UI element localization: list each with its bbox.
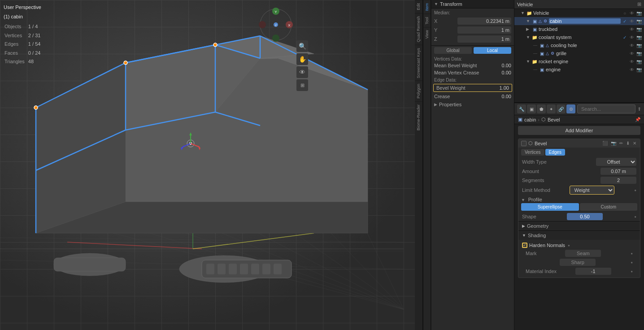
sidebar-biome-label[interactable]: Biome-Reader bbox=[415, 101, 422, 133]
nav-gizmo[interactable]: Y X Z bbox=[258, 7, 294, 43]
mod-particle-icon[interactable]: ✦ bbox=[547, 104, 556, 113]
add-modifier-button[interactable]: Add Modifier bbox=[518, 126, 640, 135]
coolant-check-icon[interactable]: ✓ bbox=[622, 35, 628, 40]
material-index-value[interactable]: -1 bbox=[575, 268, 611, 275]
sidebar-screencast-label[interactable]: Screencast Keys bbox=[415, 45, 422, 81]
engine-label: engine bbox=[546, 67, 628, 72]
viewport-tools[interactable]: 🔍 ✋ 👁 ⊞ bbox=[296, 40, 308, 91]
sidebar-edit-label[interactable]: Edit bbox=[415, 0, 422, 13]
bevel-weight-row[interactable]: Bevel Weight 1.00 bbox=[433, 84, 512, 92]
zoom-tool[interactable]: 🔍 bbox=[296, 40, 308, 52]
limit-method-select[interactable]: Weight bbox=[570, 186, 614, 195]
rocket-engine-eye-icon[interactable]: 👁 bbox=[629, 59, 635, 64]
tree-item-vehicle[interactable]: ▼ 📁 Vehicle ○ 👁 📷 bbox=[514, 9, 644, 17]
transform-collapse-icon[interactable]: ▼ bbox=[434, 2, 438, 6]
z-value[interactable]: 1 m bbox=[457, 35, 511, 43]
mod-search-input[interactable] bbox=[577, 104, 635, 113]
mod-expand-icon[interactable]: ⬆ bbox=[637, 106, 641, 112]
vehicle-eye-icon[interactable]: 👁 bbox=[629, 11, 635, 16]
grid-tool[interactable]: ⊞ bbox=[296, 79, 308, 91]
tree-item-cabin[interactable]: ▼ ▣ △ ⚙ cabin ✓ 👁 📷 bbox=[514, 17, 644, 25]
width-type-select[interactable]: Offset bbox=[596, 158, 636, 166]
truckbed-eye-icon[interactable]: 👁 bbox=[629, 27, 635, 32]
grab-tool[interactable]: ✋ bbox=[296, 53, 308, 65]
mod-obj-icon[interactable]: ▣ bbox=[527, 104, 536, 113]
cooling-hole-eye-icon[interactable]: 👁 bbox=[629, 43, 635, 48]
vertices-tab[interactable]: Vertices bbox=[521, 149, 544, 156]
sidebar-view[interactable]: View bbox=[423, 27, 431, 41]
vehicle-restrict-icon[interactable]: ○ bbox=[622, 11, 628, 16]
custom-button[interactable]: Custom bbox=[580, 203, 638, 211]
vehicle-expand[interactable]: ▼ bbox=[521, 11, 525, 15]
bevel-close-icon[interactable]: ✕ bbox=[632, 140, 637, 146]
rocket-engine-expand[interactable]: ▼ bbox=[526, 59, 531, 64]
shading-header[interactable]: ▼ Shading bbox=[518, 231, 640, 240]
mod-mat-icon[interactable]: ⬟ bbox=[537, 104, 546, 113]
tree-item-rocket-engine[interactable]: ▼ 📁 rocket engine 👁 📷 bbox=[514, 57, 644, 65]
cabin-mesh-icon: ▣ bbox=[531, 18, 538, 24]
bevel-edit-icon[interactable]: ✏ bbox=[618, 140, 624, 146]
rocket-engine-camera-icon[interactable]: 📷 bbox=[636, 59, 642, 64]
cabin-expand[interactable]: ▼ bbox=[526, 19, 531, 23]
cooling-hole-expand[interactable]: — bbox=[533, 43, 538, 48]
edges-tab[interactable]: Edges bbox=[545, 149, 565, 156]
vehicle-label: Vehicle bbox=[533, 10, 621, 16]
global-button[interactable]: Global bbox=[434, 47, 472, 54]
properties-row[interactable]: ▶ Properties bbox=[431, 100, 514, 109]
harden-normals-checkbox[interactable]: ✓ bbox=[522, 243, 527, 248]
grille-camera-icon[interactable]: 📷 bbox=[636, 51, 642, 56]
engine-camera-icon[interactable]: 📷 bbox=[636, 67, 642, 72]
transform-panel: ▼ Transform Median: X 0.22341 m Y 1 m Z … bbox=[431, 0, 514, 330]
bevel-render-icon[interactable]: 📷 bbox=[610, 140, 617, 146]
tree-item-cooling-hole[interactable]: — ▣ △ cooling hole 👁 📷 bbox=[514, 41, 644, 49]
coolant-camera-icon[interactable]: 📷 bbox=[636, 35, 642, 40]
tree-item-grille[interactable]: — ▣ △ ⚙ grille 👁 📷 bbox=[514, 49, 644, 57]
sidebar-item[interactable]: Item bbox=[423, 0, 431, 14]
pin-icon[interactable]: 📌 bbox=[635, 117, 640, 122]
local-button[interactable]: Local bbox=[474, 47, 511, 54]
grille-rig: △ bbox=[546, 51, 549, 56]
sidebar-quadremesh-label[interactable]: Quad Remesh bbox=[415, 13, 422, 45]
mean-bevel-weight-row: Mean Bevel Weight 0.00 bbox=[431, 62, 514, 69]
crease-value: 0.00 bbox=[502, 94, 511, 99]
mod-constraint-icon[interactable]: 🔗 bbox=[557, 104, 566, 113]
grille-mod: ⚙ bbox=[551, 51, 554, 56]
grille-expand[interactable]: — bbox=[533, 51, 538, 56]
truckbed-expand[interactable]: ▶ bbox=[526, 27, 531, 31]
viewport[interactable]: User Perspective (1) cabin Objects 1 / 4… bbox=[0, 0, 415, 330]
filter-icon[interactable]: ⊞ bbox=[637, 1, 641, 7]
coolant-eye-icon[interactable]: 👁 bbox=[629, 35, 635, 40]
cabin-camera-icon[interactable]: 📷 bbox=[636, 19, 642, 24]
truckbed-camera-icon[interactable]: 📷 bbox=[636, 27, 642, 32]
vehicle-camera-icon[interactable]: 📷 bbox=[636, 11, 642, 16]
mod-modifier-icon[interactable]: ⚙ bbox=[566, 104, 575, 113]
coolant-expand[interactable]: ▼ bbox=[526, 35, 531, 39]
grille-eye-icon[interactable]: 👁 bbox=[629, 51, 635, 56]
cabin-check-icon[interactable]: ✓ bbox=[622, 19, 628, 24]
engine-expand[interactable]: — bbox=[533, 67, 538, 72]
seam-value[interactable]: Seam bbox=[565, 250, 601, 257]
bevel-enable-checkbox[interactable] bbox=[521, 141, 527, 146]
y-value[interactable]: 1 m bbox=[457, 26, 511, 34]
sidebar-tool[interactable]: Tool bbox=[423, 14, 431, 27]
sharp-value[interactable]: Sharp bbox=[560, 259, 596, 266]
segments-value[interactable]: 2 bbox=[600, 177, 636, 184]
cabin-eye-icon[interactable]: 👁 bbox=[629, 19, 635, 24]
sidebar-polygon-label[interactable]: Polygon bbox=[415, 81, 422, 101]
amount-value[interactable]: 0.07 m bbox=[600, 168, 636, 175]
geometry-header[interactable]: ▶ Geometry bbox=[518, 221, 640, 230]
tree-item-engine[interactable]: — ▣ engine 👁 📷 bbox=[514, 65, 644, 74]
mod-wrench-icon[interactable]: 🔧 bbox=[517, 104, 526, 113]
engine-eye-icon[interactable]: 👁 bbox=[629, 67, 635, 72]
cooling-hole-camera-icon[interactable]: 📷 bbox=[636, 43, 642, 48]
tree-item-truckbed[interactable]: ▶ ▣ truckbed 👁 📷 bbox=[514, 25, 644, 33]
bevel-realtime-icon[interactable]: ⬛ bbox=[601, 140, 609, 146]
coord-buttons: Global Local bbox=[431, 46, 514, 55]
superellipse-button[interactable]: Superellipse bbox=[521, 203, 579, 211]
shape-value[interactable]: 0.50 bbox=[567, 213, 603, 220]
tree-item-coolant[interactable]: ▼ 📁 coolant system ✓ 👁 📷 bbox=[514, 33, 644, 41]
bevel-expand-icon[interactable]: ⬇ bbox=[625, 140, 631, 146]
profile-collapse-icon[interactable]: ▼ bbox=[521, 198, 525, 202]
eye-tool[interactable]: 👁 bbox=[296, 66, 308, 78]
x-value[interactable]: 0.22341 m bbox=[457, 17, 511, 25]
